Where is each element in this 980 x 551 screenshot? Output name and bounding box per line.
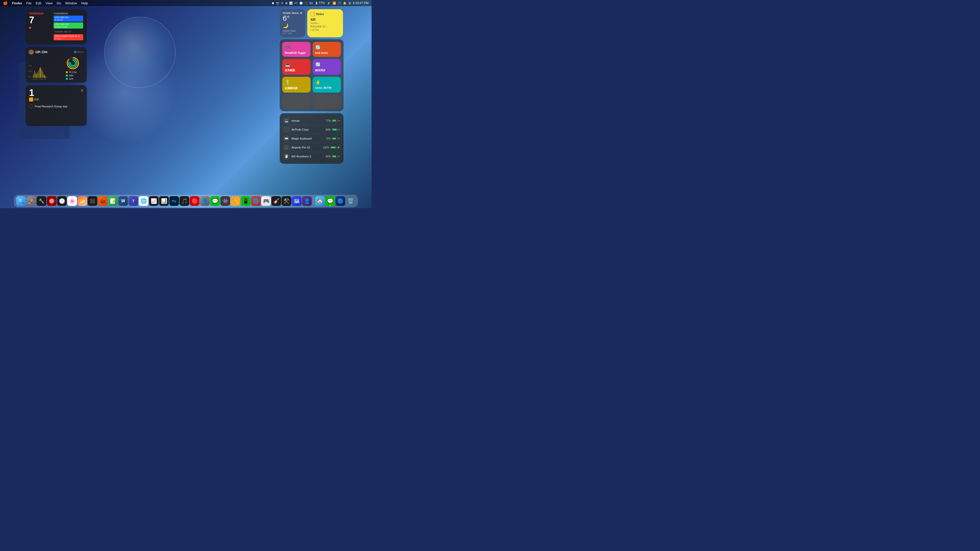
activity-ring-label: 🔵 9h 5m — [74, 51, 84, 53]
activity-ring-section: 7h 17m 29m 12m — [66, 56, 84, 80]
bluetooth-icon[interactable]: ⚡ — [327, 2, 331, 5]
script-icon: 📝 — [108, 196, 118, 206]
calendar-event-1: VISA 380 0018-10AM — [54, 16, 83, 22]
dock-item-last[interactable]: 🔵 — [336, 196, 345, 206]
menubar-edit[interactable]: Edit — [36, 1, 41, 5]
dock-icon-25: 🎮 — [261, 196, 271, 206]
bar-8 — [38, 70, 39, 78]
bt-airpods-pro-name: Airpods Pro #2 — [291, 146, 321, 149]
bt-mouse-bar — [332, 155, 338, 158]
bar-10 — [40, 67, 40, 78]
weather-range: H:7° L:6° — [283, 32, 302, 35]
bt-device-airpods-case: ⬛ AirPods Case 89% ● — [283, 125, 340, 134]
gamepad-icon[interactable]: 🎮 — [294, 2, 298, 5]
reminders-widget: 1 ≡ 提醒 ≡ Final Research Essay due — [25, 85, 87, 126]
dock-item-wechat[interactable]: 💬 — [210, 196, 220, 206]
app-tile-lockhosts[interactable]: 🔄 lock hosts — [313, 42, 341, 57]
screentime-icon[interactable]: 🖥 — [285, 2, 288, 5]
dock-item-chrome[interactable]: 🌐 — [139, 196, 148, 206]
notes-time: 7:07 PM — [310, 29, 340, 32]
dock-item-finder[interactable]: 🔍 — [16, 196, 26, 206]
dock-item-word[interactable]: W — [118, 196, 128, 206]
finder2-icon: 🏠 — [315, 196, 325, 206]
menubar-view[interactable]: View — [45, 1, 52, 5]
dock-item-finder2[interactable]: 🏠 — [315, 196, 325, 206]
ring-color-exercise — [66, 75, 68, 76]
trash-icon: 🗑️ — [346, 196, 355, 206]
dock-item-ps[interactable]: Ps — [169, 196, 179, 206]
launchpad-icon: 🚀 — [27, 196, 36, 206]
dock-item-21[interactable]: 👾 — [221, 196, 230, 206]
dock-item-9[interactable]: 🗂 — [98, 196, 108, 206]
dock-item-stocks[interactable]: 📈 — [149, 196, 159, 206]
activity-icon[interactable]: 📊 — [289, 2, 293, 5]
menubar-help[interactable]: Help — [81, 1, 88, 5]
dock-icon-17: 🎵 — [180, 196, 189, 206]
left-widgets: THURSDAY 7 TOMORROW VISA 380 0018-10AM V… — [25, 9, 87, 126]
dock-item-messages[interactable]: 💬 — [325, 196, 335, 206]
app-tile-iris[interactable]: 🔋 虹膜截码器 — [282, 77, 310, 93]
bt-airpods-pro-fill — [331, 147, 336, 148]
app-tile-cemu[interactable]: 🤚 Cemu_BOTW — [313, 77, 341, 93]
bt-mimax-icon: 💻 — [283, 118, 290, 124]
menubar-app-name[interactable]: Finder — [12, 1, 22, 5]
reminder-options-icon[interactable]: ≡ — [81, 88, 83, 93]
app-tile-metalhud[interactable]: 🎮 MetalHUD Toggle — [282, 42, 310, 57]
dock-icon-26: 🎸 — [272, 196, 281, 206]
app-tile-screenshot[interactable]: 💻 查亮截图 — [282, 59, 310, 75]
focus-icon[interactable]: ⊙ — [281, 2, 283, 5]
photo-icon[interactable]: 📷 — [276, 2, 280, 5]
dock-item-3[interactable]: 🔧 — [37, 196, 46, 206]
menubar-window[interactable]: Window — [65, 1, 77, 5]
dock-item-19[interactable]: 👤 — [200, 196, 210, 206]
dock-item-23[interactable]: 📱 — [241, 196, 251, 206]
bluetooth-widget: 💻 mimax 77% ● ⬛ AirPods Case 89% ● — [280, 113, 344, 164]
dock-item-terminal[interactable]: ⬛ — [88, 196, 97, 206]
dock-item-26[interactable]: 🎸 — [272, 196, 281, 206]
calendar-sunday-label: SUNDAY, DEC 10 — [54, 30, 83, 33]
notifications-icon[interactable]: 🔔 — [343, 2, 347, 5]
numi-icon[interactable]: N3 — [310, 2, 313, 5]
time-display: 8:19:47 PM — [353, 1, 369, 5]
dock-item-robin[interactable]: 📊 — [159, 196, 169, 206]
reminder-checkbox-1[interactable] — [29, 105, 33, 108]
chart-labels: 6 AM 12 PM 6 PM — [33, 78, 46, 80]
vpn-icon[interactable]: 🛡 — [338, 2, 341, 5]
dock-item-photos[interactable]: 🌸 — [67, 196, 77, 206]
menubar-file[interactable]: File — [26, 1, 32, 5]
menubar-go[interactable]: Go — [57, 1, 61, 5]
dock-item-4[interactable]: 🎯 — [47, 196, 57, 206]
control-center-icon[interactable]: ⊞ — [348, 2, 351, 5]
dock-item-7[interactable]: 📂 — [78, 196, 87, 206]
dock-item-launchpad[interactable]: 🚀 — [27, 196, 36, 206]
app-tile-pathsync[interactable]: 🔄 路径同步 — [313, 59, 341, 75]
dock-icon-last: 🔵 — [336, 196, 345, 206]
notes-header: 📝 Notes — [310, 12, 340, 16]
wifi-icon[interactable]: 📶 — [332, 2, 336, 5]
dock-item-sketch[interactable]: ✏️ — [231, 196, 240, 206]
bt-mimax-battery: 77% ● — [326, 119, 340, 122]
dock-item-script[interactable]: 📝 — [108, 196, 118, 206]
ring-value-move: 7h 17m — [69, 71, 76, 73]
reminder-text-1: Final Research Essay due — [35, 105, 67, 108]
apple-logo-icon[interactable]: 🍎 — [3, 1, 8, 5]
dock-item-28[interactable]: 🗺️ — [292, 196, 302, 206]
dock-item-17[interactable]: 🎵 — [180, 196, 189, 206]
menubar: 🍎 Finder File Edit View Go Window Help ⏺… — [0, 0, 372, 6]
bt-airpods-case-bar — [332, 128, 338, 131]
dock-item-27[interactable]: ⚒️ — [282, 196, 291, 206]
dock-item-29[interactable]: 👤 — [302, 196, 312, 206]
screen-record-icon[interactable]: ⏺ — [272, 2, 274, 5]
iris-icon: 🔋 — [285, 79, 290, 85]
dock-item-clock[interactable]: 🕐 — [57, 196, 67, 206]
dock-item-trash[interactable]: 🗑️ — [346, 196, 355, 206]
bt-airpods-case-percent: 89% — [326, 128, 331, 131]
dock-item-teams[interactable]: T — [129, 196, 138, 206]
dock-item-18[interactable]: 🔴 — [190, 196, 200, 206]
bar-9 — [39, 68, 40, 78]
dock-item-25[interactable]: 🎮 — [261, 196, 271, 206]
dock-icon-21: 👾 — [221, 196, 230, 206]
notch-icon[interactable]: ⬛ — [304, 2, 308, 5]
clock-icon[interactable]: 🕐 — [299, 2, 303, 5]
dock-item-arc[interactable]: 🌐 — [251, 196, 261, 206]
